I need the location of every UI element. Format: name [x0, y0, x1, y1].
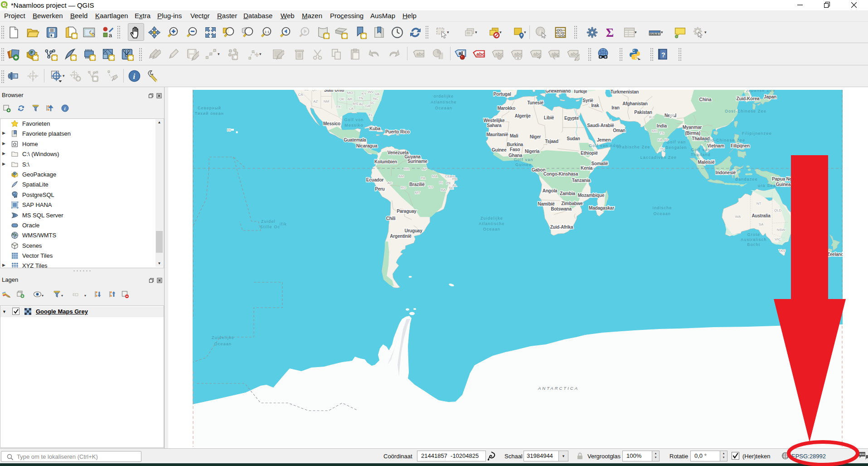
- svg-text:Mozambique: Mozambique: [578, 193, 605, 198]
- svg-text:Westelijke: Westelijke: [484, 118, 505, 123]
- svg-text:Zuid-Chinese Zee: Zuid-Chinese Zee: [704, 138, 746, 142]
- svg-text:Kenia: Kenia: [581, 166, 593, 171]
- svg-text:Burkina: Burkina: [507, 142, 523, 147]
- svg-text:Angola: Angola: [543, 188, 558, 193]
- svg-text:GA: GA: [365, 104, 370, 108]
- svg-text:Filipijnen: Filipijnen: [731, 143, 750, 148]
- svg-text:Syrië: Syrië: [582, 98, 593, 103]
- svg-text:China: China: [699, 97, 712, 102]
- svg-text:Sudan: Sudan: [567, 136, 580, 141]
- svg-text:Chili: Chili: [386, 216, 396, 221]
- svg-text:WA: WA: [735, 215, 741, 219]
- svg-text:1:1: 1:1: [264, 30, 269, 34]
- svg-text:Guinee: Guinee: [492, 147, 507, 152]
- svg-text:Puerto Rico: Puerto Rico: [385, 129, 410, 134]
- svg-text:Indonesië: Indonesië: [716, 170, 737, 175]
- svg-text:Indische: Indische: [652, 206, 672, 210]
- svg-text:Golf von: Golf von: [344, 118, 364, 122]
- svg-text:Nicaragua: Nicaragua: [356, 143, 378, 148]
- svg-text:Guinee: Guinee: [515, 162, 532, 167]
- svg-text:Namibië: Namibië: [538, 201, 555, 206]
- svg-text:Golf van: Golf van: [691, 147, 710, 152]
- svg-text:Stille Oc: Stille Oc: [260, 225, 280, 229]
- svg-text:Jemen: Jemen: [597, 137, 611, 142]
- svg-text:Atlantische: Atlantische: [431, 100, 456, 104]
- svg-text:RR: RR: [404, 167, 409, 171]
- svg-text:ANTARCTICA: ANTARCTICA: [538, 386, 579, 391]
- svg-text:MT: MT: [415, 191, 420, 195]
- svg-text:NV: NV: [304, 90, 309, 92]
- svg-text:AR: AR: [347, 97, 352, 101]
- svg-text:India: India: [657, 123, 667, 128]
- svg-text:Nigeria: Nigeria: [525, 149, 540, 154]
- svg-text:Oceaan: Oceaan: [483, 227, 501, 231]
- svg-text:Golf van Aden: Golf van Aden: [589, 143, 621, 148]
- svg-text:Golf van: Golf van: [514, 157, 533, 162]
- svg-text:TX: TX: [336, 105, 341, 109]
- svg-text:Arabische Zee: Arabische Zee: [617, 145, 650, 149]
- svg-text:Tsjaad: Tsjaad: [545, 139, 558, 144]
- svg-text:KY: KY: [362, 92, 367, 96]
- svg-text:Turkmenistan: Turkmenistan: [611, 90, 639, 94]
- svg-text:PA: PA: [421, 176, 426, 180]
- svg-text:Golf van: Golf van: [666, 140, 686, 144]
- svg-text:abc: abc: [514, 52, 522, 57]
- svg-text:Egypte: Egypte: [564, 116, 579, 121]
- svg-text:Niger: Niger: [530, 134, 541, 139]
- svg-text:Filipijnenzee: Filipijnenzee: [742, 131, 772, 136]
- svg-text:Kolumbien: Kolumbien: [374, 159, 397, 164]
- svg-text:WV: WV: [368, 90, 374, 94]
- svg-text:Turkije: Turkije: [573, 90, 587, 94]
- svg-text:Uruguay: Uruguay: [404, 228, 422, 233]
- svg-text:Тихий океан: Тихий океан: [195, 111, 224, 116]
- svg-text:Zuidelijke: Zuidelijke: [212, 335, 234, 340]
- svg-text:BA: BA: [441, 188, 446, 192]
- svg-text:TO: TO: [428, 185, 433, 189]
- svg-text:?: ?: [661, 51, 665, 59]
- svg-text:KA: KA: [658, 138, 663, 142]
- svg-text:CE: CE: [445, 174, 450, 178]
- svg-text:Irak: Irak: [592, 103, 600, 108]
- svg-text:abc: abc: [533, 52, 541, 57]
- svg-text:MS: MS: [353, 102, 358, 106]
- svg-text:Maleisië: Maleisië: [698, 160, 715, 165]
- svg-text:Stati Uniti: Stati Uniti: [324, 90, 344, 93]
- svg-text:AL: AL: [359, 102, 364, 106]
- svg-text:HI: HI: [227, 128, 231, 132]
- svg-text:Iran: Iran: [611, 105, 620, 110]
- svg-text:PE: PE: [446, 181, 451, 185]
- svg-text:ordelijke: ordelijke: [434, 94, 454, 98]
- svg-text:i: i: [539, 28, 541, 35]
- svg-text:Somalië: Somalië: [592, 161, 609, 166]
- svg-text:AP: AP: [664, 138, 669, 142]
- svg-text:abc: abc: [476, 51, 485, 57]
- svg-text:Argentinië: Argentinië: [390, 234, 412, 239]
- svg-text:Algerije: Algerije: [514, 113, 531, 118]
- svg-text:(Birma): (Birma): [685, 131, 700, 136]
- svg-text:Portugal: Portugal: [494, 92, 511, 97]
- svg-text:Paraguay: Paraguay: [397, 209, 417, 214]
- svg-text:Japanse Zee: Japanse Zee: [746, 90, 775, 93]
- svg-text:Myanmar: Myanmar: [683, 125, 702, 130]
- svg-text:TN: TN: [359, 96, 364, 100]
- svg-text:Peru: Peru: [375, 186, 385, 191]
- svg-text:Σ: Σ: [606, 26, 614, 39]
- svg-text:TN: TN: [660, 147, 665, 151]
- svg-text:Bengalen: Bengalen: [665, 145, 687, 150]
- svg-text:Tunesië: Tunesië: [527, 100, 543, 105]
- svg-text:abc: abc: [551, 52, 559, 57]
- svg-text:Zuidelijke: Zuidelijke: [480, 216, 503, 221]
- svg-text:Zambia: Zambia: [560, 191, 575, 196]
- svg-text:AP: AP: [422, 167, 427, 171]
- svg-text:RO: RO: [401, 186, 406, 190]
- svg-text:SE: SE: [449, 186, 454, 190]
- svg-text:Oceaan: Oceaan: [214, 342, 232, 346]
- svg-text:AZ: AZ: [313, 99, 318, 103]
- svg-text:a: a: [109, 32, 112, 39]
- svg-text:MA: MA: [432, 174, 438, 178]
- svg-text:ifik: ifik: [280, 222, 287, 226]
- svg-text:Oman: Oman: [613, 128, 626, 133]
- svg-text:NM: NM: [324, 99, 330, 103]
- svg-text:MH: MH: [652, 129, 658, 133]
- svg-text:Brazilië: Brazilië: [409, 182, 425, 187]
